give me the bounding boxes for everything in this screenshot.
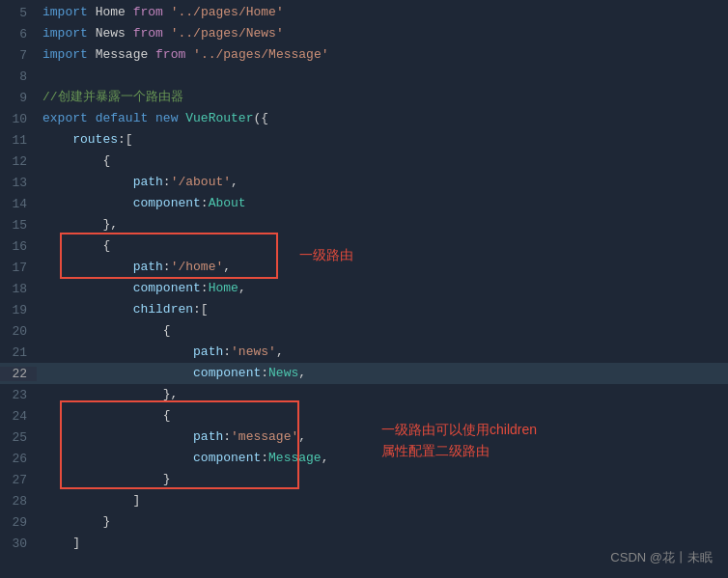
- code-line-11: 11 routes:[: [0, 129, 728, 151]
- code-line-19: 19 children:[: [0, 299, 728, 320]
- line-number-30: 30: [0, 537, 37, 551]
- line-number-28: 28: [0, 494, 37, 509]
- code-line-6: 6 import News from '../pages/News': [0, 23, 728, 44]
- line-number-11: 11: [0, 133, 37, 148]
- watermark: CSDN @花丨未眠: [610, 549, 713, 566]
- line-content-11: routes:[: [37, 129, 728, 151]
- line-content-12: {: [37, 151, 728, 172]
- line-number-7: 7: [0, 48, 37, 63]
- line-content-14: component:About: [37, 193, 728, 214]
- line-content-8: [37, 66, 728, 87]
- code-line-13: 13 path:'/about',: [0, 172, 728, 193]
- line-number-23: 23: [0, 388, 37, 402]
- line-content-27: }: [37, 469, 728, 490]
- line-number-19: 19: [0, 303, 37, 317]
- line-number-17: 17: [0, 261, 37, 275]
- code-line-29: 29 }: [0, 511, 728, 533]
- code-line-20: 20 {: [0, 320, 728, 342]
- code-line-25: 25 path:'message',: [0, 427, 728, 448]
- line-content-5: import Home from '../pages/Home': [37, 2, 728, 23]
- line-number-26: 26: [0, 452, 37, 466]
- annotation-primary-route: 一级路由: [299, 247, 353, 264]
- line-content-29: }: [37, 511, 728, 533]
- line-number-18: 18: [0, 282, 37, 296]
- line-number-16: 16: [0, 239, 37, 254]
- annotation-secondary-route: 一级路由可以使用children 属性配置二级路由: [381, 419, 537, 462]
- line-number-20: 20: [0, 324, 37, 339]
- code-line-27: 27 }: [0, 469, 728, 490]
- line-number-13: 13: [0, 176, 37, 190]
- line-content-9: //创建并暴露一个路由器: [37, 87, 728, 108]
- line-number-14: 14: [0, 197, 37, 211]
- code-line-8: 8: [0, 66, 728, 87]
- code-line-17: 17 path:'/home',: [0, 257, 728, 278]
- line-number-12: 12: [0, 154, 37, 169]
- line-number-6: 6: [0, 27, 37, 41]
- line-content-6: import News from '../pages/News': [37, 23, 728, 44]
- code-line-22: 22 component:News,: [0, 363, 728, 384]
- code-line-10: 10 export default new VueRouter({: [0, 108, 728, 129]
- line-content-22: component:News,: [37, 363, 728, 384]
- line-content-19: children:[: [37, 299, 728, 320]
- line-number-29: 29: [0, 515, 37, 530]
- code-line-26: 26 component:Message,: [0, 448, 728, 469]
- code-line-23: 23 },: [0, 384, 728, 405]
- code-line-5: 5 import Home from '../pages/Home': [0, 2, 728, 23]
- line-content-20: {: [37, 320, 728, 342]
- line-number-15: 15: [0, 218, 37, 233]
- line-number-5: 5: [0, 6, 37, 20]
- code-line-21: 21 path:'news',: [0, 342, 728, 363]
- code-line-18: 18 component:Home,: [0, 278, 728, 299]
- line-number-21: 21: [0, 345, 37, 360]
- line-number-10: 10: [0, 112, 37, 126]
- line-content-7: import Message from '../pages/Message': [37, 44, 728, 66]
- line-number-22: 22: [0, 367, 37, 381]
- code-line-16: 16 {: [0, 235, 728, 257]
- line-content-23: },: [37, 384, 728, 405]
- line-number-24: 24: [0, 409, 37, 424]
- code-lines: 5 import Home from '../pages/Home' 6 imp…: [0, 0, 728, 554]
- line-content-10: export default new VueRouter({: [37, 108, 728, 129]
- line-number-8: 8: [0, 69, 37, 84]
- code-line-12: 12 {: [0, 151, 728, 172]
- line-content-15: },: [37, 214, 728, 235]
- line-content-28: ]: [37, 490, 728, 511]
- line-content-18: component:Home,: [37, 278, 728, 299]
- code-editor: 5 import Home from '../pages/Home' 6 imp…: [0, 0, 728, 578]
- code-line-15: 15 },: [0, 214, 728, 235]
- line-content-17: path:'/home',: [37, 257, 728, 278]
- line-content-21: path:'news',: [37, 342, 728, 363]
- line-number-9: 9: [0, 91, 37, 105]
- line-content-13: path:'/about',: [37, 172, 728, 193]
- code-line-14: 14 component:About: [0, 193, 728, 214]
- line-content-16: {: [37, 235, 728, 257]
- code-line-28: 28 ]: [0, 490, 728, 511]
- code-line-7: 7 import Message from '../pages/Message': [0, 44, 728, 66]
- line-number-25: 25: [0, 430, 37, 445]
- line-number-27: 27: [0, 473, 37, 487]
- code-line-24: 24 {: [0, 405, 728, 427]
- code-line-9: 9 //创建并暴露一个路由器: [0, 87, 728, 108]
